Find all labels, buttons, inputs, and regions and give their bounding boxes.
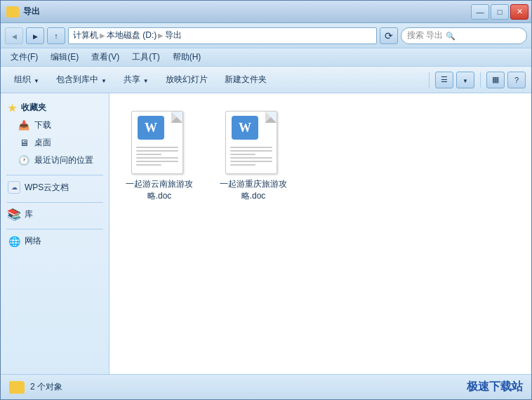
doc-line: [230, 150, 272, 152]
up-icon: [54, 32, 58, 40]
menu-bar: 文件(F) 编辑(E) 查看(V) 工具(T) 帮助(H): [1, 48, 531, 67]
menu-help[interactable]: 帮助(H): [167, 50, 207, 65]
menu-edit[interactable]: 编辑(E): [45, 50, 84, 65]
up-button[interactable]: [47, 27, 65, 44]
doc-icon-1: W: [131, 107, 187, 174]
doc-fold-1: [171, 112, 182, 123]
search-icon: [446, 31, 455, 41]
menu-file[interactable]: 文件(F): [5, 50, 44, 65]
organize-button[interactable]: 组织: [6, 69, 47, 91]
file-item-1[interactable]: W 一起游云南旅游攻 略.doc: [121, 105, 198, 205]
star-icon: ★: [8, 102, 17, 114]
close-button[interactable]: ✕: [510, 4, 528, 20]
maximize-button[interactable]: □: [491, 4, 509, 20]
network-icon: 🌐: [8, 236, 20, 246]
doc-line: [230, 157, 272, 159]
window-title: 导出: [23, 6, 40, 18]
sidebar-item-network[interactable]: 🌐 网络: [1, 232, 109, 250]
new-folder-button[interactable]: 新建文件夹: [217, 69, 274, 91]
title-bar-left: 导出: [6, 6, 40, 18]
slideshow-button[interactable]: 放映幻灯片: [158, 69, 215, 91]
doc-line: [230, 147, 272, 148]
menu-tools[interactable]: 工具(T): [126, 50, 165, 65]
sidebar-download-label: 下载: [34, 119, 51, 131]
favorites-header: ★ 收藏夹: [1, 99, 109, 116]
view-toggle-button[interactable]: ☰: [435, 72, 453, 88]
doc-line: [230, 154, 255, 155]
download-icon: 📥: [18, 121, 30, 131]
library-group: 📚 库: [1, 206, 109, 223]
recent-icon: 🕐: [18, 156, 30, 166]
path-sep-1: ▶: [100, 32, 105, 39]
new-folder-label: 新建文件夹: [225, 74, 267, 86]
doc-line: [136, 164, 161, 166]
forward-icon: [33, 32, 38, 40]
status-count: 2 个对象: [30, 381, 62, 393]
doc-icon-2: W: [225, 107, 281, 174]
doc-line: [230, 161, 272, 162]
doc-page-1: W: [131, 111, 183, 174]
file-item-2[interactable]: W 一起游重庆旅游攻 略.doc: [215, 105, 292, 205]
search-placeholder: 搜索 导出: [407, 29, 443, 41]
wps-label: WPS云文档: [25, 182, 69, 194]
sidebar-item-recent[interactable]: 🕐 最近访问的位置: [1, 152, 109, 169]
sidebar-item-library[interactable]: 📚 库: [1, 206, 109, 223]
share-dropdown-icon: [143, 75, 149, 85]
address-path[interactable]: 计算机 ▶ 本地磁盘 (D:) ▶ 导出: [68, 27, 377, 44]
menu-view[interactable]: 查看(V): [86, 50, 125, 65]
doc-line: [136, 154, 161, 155]
toolbar-sep: [429, 72, 430, 88]
view-dropdown-button[interactable]: [456, 72, 474, 88]
folder-icon: [6, 6, 19, 18]
network-label: 网络: [25, 235, 41, 247]
doc-line: [136, 161, 178, 162]
status-bar: 2 个对象 极速下载站: [1, 374, 531, 399]
path-computer: 计算机: [73, 29, 98, 41]
help-button[interactable]: ?: [507, 72, 526, 88]
file-area: W 一起游云南旅游攻 略.doc: [109, 93, 531, 374]
watermark-text: 极速下载站: [467, 380, 523, 394]
wps-badge-2: W: [232, 116, 258, 140]
include-library-button[interactable]: 包含到库中: [48, 69, 114, 91]
view-dropdown-icon: [463, 76, 468, 84]
minimize-button[interactable]: —: [471, 4, 489, 20]
sidebar-item-wps[interactable]: ☁ WPS云文档: [1, 178, 109, 196]
include-library-label: 包含到库中: [56, 74, 98, 86]
preview-pane-button[interactable]: ▦: [486, 72, 505, 88]
doc-lines-2: [230, 147, 272, 168]
explorer-window: 导出 — □ ✕ 计算机 ▶ 本地磁盘 (D:) ▶ 导出 搜索 导出: [0, 0, 532, 400]
doc-line: [136, 157, 178, 159]
toolbar: 组织 包含到库中 共享 放映幻灯片 新建文件夹 ☰ ▦ ?: [1, 67, 531, 93]
sidebar-item-desktop[interactable]: 🖥 桌面: [1, 134, 109, 152]
sidebar: ★ 收藏夹 📥 下载 🖥 桌面 🕐 最近访问的位置: [1, 93, 109, 374]
desktop-icon: 🖥: [18, 138, 30, 148]
sidebar-divider-2: [6, 202, 103, 203]
file-name-1: 一起游云南旅游攻 略.doc: [124, 178, 195, 202]
file-name-2: 一起游重庆旅游攻 略.doc: [218, 178, 289, 202]
address-bar: 计算机 ▶ 本地磁盘 (D:) ▶ 导出 搜索 导出: [1, 23, 531, 48]
content-area: ★ 收藏夹 📥 下载 🖥 桌面 🕐 最近访问的位置: [1, 93, 531, 374]
window-controls: — □ ✕: [471, 4, 528, 20]
wps-group: ☁ WPS云文档: [1, 178, 109, 196]
search-box[interactable]: 搜索 导出: [401, 27, 527, 44]
forward-button[interactable]: [26, 27, 44, 44]
toolbar-sep-2: [480, 72, 481, 88]
refresh-button[interactable]: [380, 27, 398, 44]
status-left: 2 个对象: [9, 381, 62, 394]
path-drive: 本地磁盘 (D:): [107, 29, 157, 41]
slideshow-label: 放映幻灯片: [166, 74, 208, 86]
share-button[interactable]: 共享: [116, 69, 157, 91]
back-icon: [12, 32, 17, 40]
wps-cloud-icon: ☁: [8, 181, 20, 194]
title-bar: 导出 — □ ✕: [1, 1, 531, 23]
include-library-dropdown-icon: [101, 75, 107, 85]
path-folder: 导出: [165, 29, 182, 41]
sidebar-desktop-label: 桌面: [34, 137, 51, 149]
doc-line: [136, 150, 178, 152]
favorites-group: ★ 收藏夹 📥 下载 🖥 桌面 🕐 最近访问的位置: [1, 99, 109, 169]
doc-line: [136, 147, 178, 148]
path-sep-2: ▶: [158, 32, 164, 39]
doc-page-2: W: [225, 111, 277, 174]
sidebar-item-download[interactable]: 📥 下载: [1, 116, 109, 134]
back-button[interactable]: [5, 27, 23, 44]
